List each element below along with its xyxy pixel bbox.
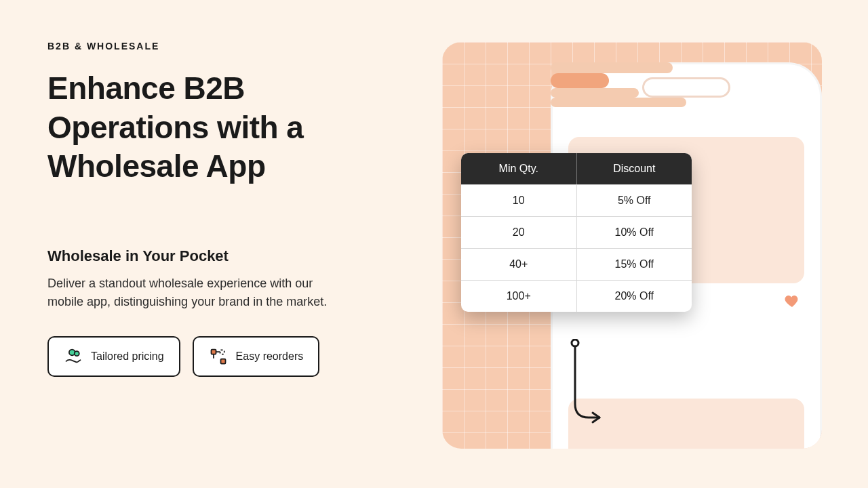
eyebrow-label: B2B & WHOLESALE (47, 41, 400, 52)
table-header-qty: Min Qty. (461, 153, 577, 184)
hand-coins-icon (64, 347, 83, 366)
table-row: 100+ 20% Off (461, 280, 692, 312)
svg-rect-3 (220, 359, 225, 364)
table-header-discount: Discount (577, 153, 692, 184)
reorder-nodes-icon (209, 347, 228, 366)
table-row: 20 10% Off (461, 216, 692, 248)
cell-discount: 10% Off (577, 217, 692, 248)
table-row: 40+ 15% Off (461, 248, 692, 280)
phone-notch (642, 77, 730, 98)
placeholder-title-line (551, 62, 673, 73)
chip-easy-reorders: Easy reorders (193, 336, 320, 377)
svg-point-1 (75, 351, 79, 356)
chip-tailored-pricing: Tailored pricing (47, 336, 180, 377)
feature-chips: Tailored pricing Easy reorders (47, 336, 400, 377)
placeholder-text-line (551, 88, 639, 98)
svg-rect-2 (211, 350, 216, 354)
cell-qty: 100+ (461, 281, 577, 312)
page-headline: Enhance B2B Operations with a Wholesale … (47, 69, 400, 186)
cell-qty: 10 (461, 185, 577, 216)
cell-discount: 15% Off (577, 249, 692, 280)
cell-qty: 20 (461, 217, 577, 248)
discount-table: Min Qty. Discount 10 5% Off 20 10% Off 4… (461, 153, 692, 312)
cell-discount: 5% Off (577, 185, 692, 216)
cell-discount: 20% Off (577, 281, 692, 312)
placeholder-price-pill (551, 73, 609, 88)
table-row: 10 5% Off (461, 184, 692, 216)
chip-label: Tailored pricing (91, 350, 164, 363)
chip-label: Easy reorders (236, 350, 304, 363)
cell-qty: 40+ (461, 249, 577, 280)
placeholder-card (568, 399, 804, 449)
heart-icon (784, 293, 800, 309)
placeholder-text-line (551, 98, 686, 107)
body-copy: Deliver a standout wholesale experience … (47, 274, 346, 312)
subheadline: Wholesale in Your Pocket (47, 247, 400, 265)
svg-rect-4 (220, 350, 224, 354)
